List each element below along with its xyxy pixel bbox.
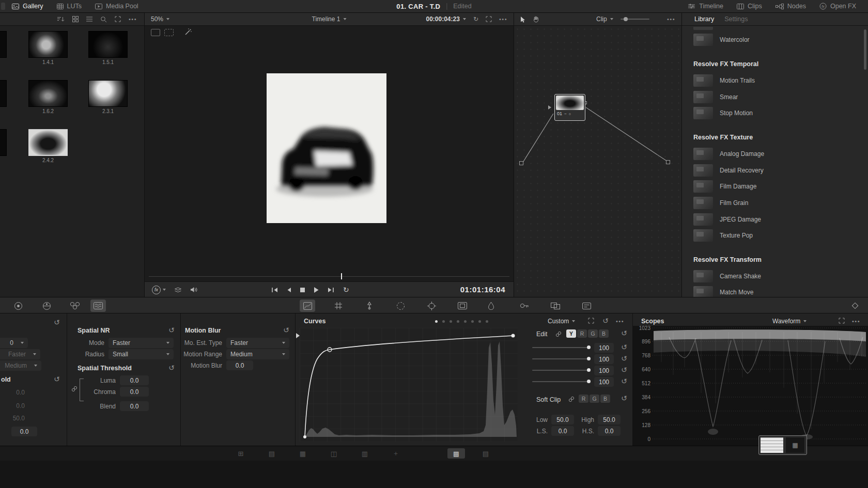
motion-effects-icon[interactable]	[90, 300, 106, 312]
lightbox-icon[interactable]	[847, 300, 863, 312]
curves-graph[interactable]	[300, 328, 518, 442]
clips-tab[interactable]: Clips	[730, 0, 769, 12]
gallery-still[interactable]: 1.6.2	[28, 80, 68, 114]
grid-view-icon[interactable]	[72, 16, 79, 22]
temporal-range-dropdown[interactable]: Medium	[0, 360, 41, 371]
spatial-blend-field[interactable]: 0.0	[120, 401, 149, 411]
reset-icon[interactable]: ↺	[621, 343, 627, 351]
link-icon[interactable]	[568, 396, 575, 402]
motion-blur-field[interactable]: 0.0	[226, 360, 253, 370]
gallery-still[interactable]: 1.4.1	[28, 31, 68, 65]
reset-icon[interactable]: ↺	[621, 329, 627, 337]
fx-item[interactable]: Watercolor	[682, 33, 868, 47]
link-icon[interactable]	[71, 386, 78, 392]
spatial-mode-dropdown[interactable]: Faster	[109, 338, 174, 348]
curves-options-icon[interactable]: •••	[616, 318, 624, 324]
gain-value-field[interactable]: 100	[594, 377, 614, 387]
gain-slider[interactable]	[532, 381, 589, 382]
reset-icon[interactable]: ↺	[168, 364, 175, 371]
fx-item[interactable]: Film Damage	[682, 179, 868, 194]
timecode-dropdown[interactable]: 00:00:04:23	[426, 15, 466, 23]
cursor-icon[interactable]	[520, 16, 525, 23]
output-node-port[interactable]	[666, 160, 670, 164]
gain-slider-handle[interactable]	[587, 345, 591, 349]
gallery-still-selected[interactable]: 2.4.2	[28, 129, 68, 163]
play-button[interactable]	[314, 287, 319, 293]
curves-page-dot[interactable]	[471, 320, 474, 323]
split-screen-icon[interactable]	[164, 29, 174, 36]
scope-layout-popup[interactable]: ▦	[758, 435, 807, 455]
channel-g-button[interactable]: G	[588, 329, 598, 338]
jump-start-button[interactable]	[271, 287, 278, 293]
reset-icon[interactable]: ↺	[54, 375, 60, 383]
tab-library[interactable]: Library	[694, 15, 714, 23]
soft-clip-g-button[interactable]: G	[590, 395, 599, 403]
gain-value-field[interactable]: 100	[594, 354, 614, 364]
curves-page-dot[interactable]	[486, 320, 488, 323]
scope-mode-dropdown[interactable]: Waveform	[772, 318, 807, 325]
soft-clip-r-button[interactable]: R	[579, 395, 588, 403]
curves-page-dot[interactable]	[478, 320, 481, 323]
search-icon[interactable]	[100, 16, 107, 23]
reset-icon[interactable]: ↺	[602, 317, 609, 324]
hand-icon[interactable]	[533, 16, 539, 23]
zoom-dropdown[interactable]: 50%	[151, 15, 169, 23]
gain-value-field[interactable]: 100	[594, 343, 614, 353]
fx-item[interactable]: Stop Motion	[682, 106, 868, 120]
strip-icon-5[interactable]: ▥	[358, 448, 372, 459]
gallery-still-cut[interactable]	[0, 129, 7, 156]
fx-item[interactable]: JPEG Damage	[682, 212, 868, 227]
open-fx-tab[interactable]: fx Open FX	[813, 0, 863, 12]
tracker-icon[interactable]	[424, 300, 439, 312]
reset-icon[interactable]: ↺	[621, 366, 627, 373]
step-back-button[interactable]	[287, 287, 291, 293]
curves-page-dot[interactable]	[442, 320, 445, 323]
curves-page-dot[interactable]	[464, 320, 467, 323]
gallery-still[interactable]: 1.5.1	[88, 31, 128, 65]
nodes-tab[interactable]: Nodes	[769, 0, 813, 12]
node-options-icon[interactable]: •••	[667, 16, 675, 22]
motion-range-dropdown[interactable]: Medium	[226, 349, 289, 359]
low-softness-field[interactable]: 0.0	[551, 426, 574, 436]
curves-page-dot[interactable]	[457, 320, 459, 323]
reset-icon[interactable]: ↺	[621, 355, 627, 362]
mo-est-type-dropdown[interactable]: Faster	[226, 338, 289, 348]
settings-palette-icon[interactable]	[579, 300, 594, 312]
node-canvas[interactable]: 01 ~ ○	[514, 26, 681, 297]
curves-page-dot[interactable]	[435, 320, 438, 323]
timeline-tab[interactable]: Timeline	[681, 0, 730, 12]
refresh-icon[interactable]: ↻	[473, 15, 478, 23]
curves-palette-icon[interactable]	[300, 300, 315, 312]
curves-mode-dropdown[interactable]: Custom	[548, 318, 575, 325]
layers-icon[interactable]	[174, 287, 182, 293]
scopes-options-icon[interactable]: •••	[852, 318, 860, 324]
temporal-est-type-dropdown[interactable]: Faster	[0, 349, 40, 359]
color-wheels-icon[interactable]	[67, 300, 83, 312]
strip-icon-4[interactable]: ◫	[327, 448, 341, 459]
spatial-radius-dropdown[interactable]: Small	[109, 349, 174, 359]
strip-icon-2[interactable]: ▤	[265, 448, 279, 459]
stop-button[interactable]	[300, 288, 305, 292]
channel-y-button[interactable]: Y	[566, 329, 576, 338]
loop-button[interactable]: ↻	[343, 286, 349, 294]
low-field[interactable]: 50.0	[551, 415, 574, 424]
tab-settings[interactable]: Settings	[724, 15, 748, 23]
still-thumbnail[interactable]	[28, 31, 68, 58]
spatial-luma-field[interactable]: 0.0	[120, 375, 149, 385]
qualifier-icon[interactable]	[362, 300, 377, 312]
scope-layout-grid-icon[interactable]: ▦	[786, 437, 804, 453]
fx-item[interactable]: Texture Pop	[682, 228, 868, 243]
list-view-icon[interactable]	[86, 17, 92, 22]
fx-item[interactable]: Detail Recovery	[682, 163, 868, 178]
channel-b-button[interactable]: B	[599, 329, 609, 338]
gallery-still-cut[interactable]	[0, 80, 7, 107]
strip-icon-7[interactable]: ▤	[478, 448, 493, 459]
hdr-wheels-icon[interactable]	[39, 300, 54, 312]
expand-icon[interactable]	[839, 318, 845, 324]
audio-icon[interactable]	[190, 287, 197, 293]
reset-icon[interactable]: ↺	[621, 377, 627, 385]
soft-clip-b-button[interactable]: B	[600, 395, 610, 403]
sizing-icon[interactable]	[455, 300, 470, 312]
fx-item[interactable]: Smear	[682, 90, 868, 104]
strip-icon-3[interactable]: ▦	[296, 448, 310, 459]
